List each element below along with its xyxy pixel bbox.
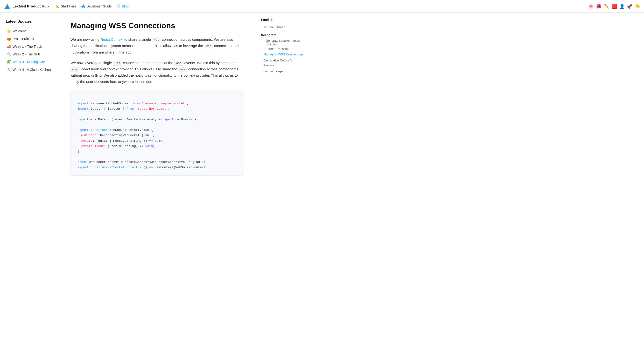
code-wss-5: wss <box>70 67 80 72</box>
sidebar-item-kickoff[interactable]: 🎃 Project Kickoff <box>6 35 54 42</box>
code-wss-2: wss <box>204 44 213 48</box>
toc-landing-page[interactable]: Landing Page <box>261 68 304 74</box>
sidebar-item-week3[interactable]: 🌿 Week 3 - Moving Day <box>6 59 54 65</box>
page-title: Managing WSS Connections <box>70 21 244 30</box>
code-block: ... import ReconnectingWebSocket from 'r… <box>70 90 244 176</box>
nav-icon-2[interactable]: 🌺 <box>596 3 602 9</box>
nav-icon-blog: 🗒️ <box>116 4 121 8</box>
sidebar-icon-week2: 🔍 <box>7 52 11 56</box>
brand-name: LexMed Product Hub <box>12 4 49 8</box>
sidebar-icon-week1: 🚚 <box>7 45 11 48</box>
nav-start-here[interactable]: 📐 Start Here <box>56 4 76 8</box>
nav-icon-start: 📐 <box>56 4 60 8</box>
nav-icon-3[interactable]: ✏️ <box>604 3 609 9</box>
sidebar-item-week1[interactable]: 🚚 Week 1 - The Truck <box>6 43 54 50</box>
sidebar-item-week2[interactable]: 🔍 Week 2 - The Grill <box>6 51 54 58</box>
sidebar-heading: Latest Updates <box>6 19 54 23</box>
nav-links: 📐 Start Here 🌀 Developer Guide 🗒️ Blog <box>56 4 588 8</box>
code-wss-3: wss <box>113 61 122 66</box>
nav-icon-7[interactable]: ☀️ <box>635 3 640 9</box>
paragraph-1: We are now using React Context to share … <box>70 36 244 55</box>
brand-logo <box>4 3 10 10</box>
sidebar-item-week4[interactable]: 🔧 Week 4 - A Clean Kitchen <box>6 66 54 73</box>
nav-icon-4[interactable]: 🟥 <box>612 3 617 9</box>
sidebar-nav: 👋 Welcome 🎃 Project Kickoff 🚚 Week 1 - T… <box>6 28 54 73</box>
code-wss-6: wss <box>178 67 187 72</box>
sidebar-icon-week4: 🔧 <box>7 68 11 72</box>
page-layout: Latest Updates 👋 Welcome 🎃 Project Kicko… <box>0 12 644 350</box>
toc-steel-thread[interactable]: 🗂 Steel Thread <box>261 24 304 30</box>
sidebar-item-welcome[interactable]: 👋 Welcome <box>6 28 54 34</box>
nav-icon-1[interactable]: 🌸 <box>588 3 594 9</box>
toc-deepgram-header: Deepgram <box>261 33 304 37</box>
nav-icon-6[interactable]: 🚀 <box>627 3 632 9</box>
week-label: Week 3 <box>261 18 304 22</box>
nav-icon-dev: 🌀 <box>81 4 85 8</box>
nav-right-icons: 🌸 🌺 ✏️ 🟥 👤 🚀 ☀️ <box>588 3 640 9</box>
code-wss-4: wss <box>174 61 183 66</box>
sidebar-icon-week3: 🌿 <box>7 60 11 64</box>
paragraph-2: We now leverage a single wss connection … <box>70 60 244 85</box>
toc-managing-wss[interactable]: Managing WSS Connections <box>261 51 304 58</box>
code-pre: ... import ReconnectingWebSocket from 'r… <box>78 96 237 170</box>
nav-icon-5[interactable]: 👤 <box>620 3 625 9</box>
nav-blog[interactable]: 🗒️ Blog <box>116 4 129 8</box>
nav-developer-guide[interactable]: 🌀 Developer Guide <box>81 4 112 8</box>
topnav: LexMed Product Hub 📐 Start Here 🌀 Develo… <box>0 0 644 12</box>
toc-format-transcript[interactable]: Format Transcript <box>261 46 304 51</box>
code-wss-1: wss <box>152 38 161 42</box>
toc-generate-speaker[interactable]: Generate speaker names openai <box>261 38 304 46</box>
react-context-link[interactable]: React Context <box>100 37 123 41</box>
toc-declarative-colors[interactable]: Declarative Colors for Avatars <box>261 57 304 68</box>
sidebar-icon-kickoff: 🎃 <box>7 37 11 41</box>
main-content: Managing WSS Connections We are now usin… <box>58 12 256 350</box>
sidebar-icon-welcome: 👋 <box>7 29 11 33</box>
prose: We are now using React Context to share … <box>70 36 244 85</box>
brand[interactable]: LexMed Product Hub <box>4 3 49 10</box>
sidebar-right: Week 3 🗂 Steel Thread Deepgram Generate … <box>256 12 309 350</box>
openai-badge: openai <box>266 42 278 46</box>
sidebar-left: Latest Updates 👋 Welcome 🎃 Project Kicko… <box>0 12 58 350</box>
